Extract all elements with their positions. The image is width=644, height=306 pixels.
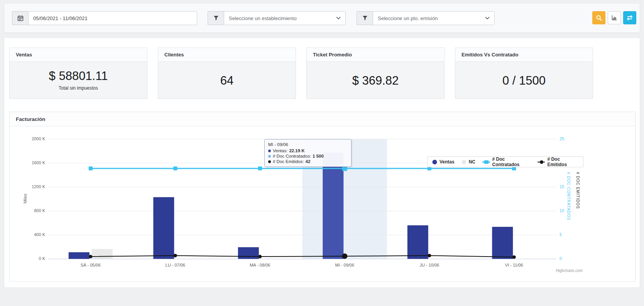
kpi-value: $ 58801.11 (49, 70, 108, 82)
ventas-bar[interactable] (238, 247, 259, 259)
tooltip-row-text: # Doc Emitidos: (273, 159, 304, 164)
kpi-card-clientes: Clientes 64 (158, 48, 296, 99)
highcharts-credit[interactable]: Highcharts.com (556, 269, 583, 273)
legend-label: # Doc Contratados (492, 156, 531, 167)
ventas-bar[interactable] (407, 225, 428, 259)
facturacion-chart: 0 K400 K800 K1200 K1600 K2000 KMiles0510… (16, 126, 583, 275)
kpi-title: Ventas (10, 48, 147, 62)
tooltip-row-text: # Doc Contratados: (273, 154, 311, 158)
dashboard-card: Ventas $ 58801.11 Total sin impuestos Cl… (4, 37, 640, 288)
tooltip-row: # Doc Emitidos:42 (268, 159, 348, 164)
right-axis-tick-label: 10 (559, 208, 564, 213)
x-axis-category-label: VI - 11/06 (485, 263, 543, 267)
right-axis-tick-label: 15 (559, 184, 564, 189)
kpi-title: Ticket Promedio (307, 48, 444, 62)
chart-view-button[interactable] (608, 11, 621, 24)
x-axis-category-label: MA - 08/06 (231, 263, 289, 267)
kpi-title: Emitidos Vs Contratado (455, 48, 593, 62)
y-axis-tick-label: 1200 K (17, 184, 45, 189)
y-axis-title: Miles (23, 179, 27, 218)
legend-item-ventas[interactable]: Ventas (432, 159, 455, 165)
x-axis-category-label: SÁ - 05/06 (62, 263, 120, 267)
kpi-value: 64 (220, 75, 233, 87)
swap-arrows-icon (626, 15, 633, 21)
tooltip-row: Ventas:22.19 K (268, 148, 348, 153)
emission-point-select-group: Seleccione un pto. emisión (357, 11, 495, 25)
right-axis-tick-label: 25 (559, 136, 564, 141)
chart-tooltip: MI - 09/06Ventas:22.19 K# Doc Contratado… (264, 139, 352, 167)
y-axis-tick-label: 800 K (17, 208, 45, 213)
emission-point-select-value: Seleccione un pto. emisión (378, 15, 438, 21)
nc-bar[interactable] (92, 249, 113, 259)
emitidos-marker[interactable] (342, 253, 347, 259)
chevron-down-icon (336, 17, 341, 20)
tooltip-header: MI - 09/06 (268, 142, 348, 147)
filter-icon (357, 11, 373, 25)
facturacion-panel-title: Facturación (10, 112, 635, 126)
kpi-title: Clientes (158, 48, 296, 62)
establishment-select-value: Seleccione un establecimiento (229, 15, 297, 21)
right-axis-tick-label: 0 (559, 256, 562, 261)
legend-label: # Doc Emitidos (547, 156, 578, 167)
establishment-select[interactable]: Seleccione un establecimiento (224, 11, 346, 25)
kpi-subtitle: Total sin impuestos (59, 85, 98, 91)
emitidos-marker[interactable] (428, 254, 431, 257)
establishment-select-group: Seleccione un establecimiento (208, 11, 346, 25)
y-axis-tick-label: 400 K (17, 232, 45, 237)
chevron-down-icon (485, 17, 490, 20)
legend-item-doc-emitidos[interactable]: # Doc Emitidos (538, 156, 578, 167)
swap-button[interactable] (623, 11, 636, 24)
contratados-marker[interactable] (173, 167, 177, 170)
y-axis-tick-label: 2000 K (17, 136, 45, 141)
tooltip-series-dot (268, 150, 271, 152)
chart-legend: VentasNC# Doc Contratados# Doc Emitidos (427, 156, 583, 167)
search-button[interactable] (592, 11, 605, 24)
tooltip-row: # Doc Contratados:1 500 (268, 154, 348, 158)
tooltip-row-value: 42 (306, 159, 311, 164)
emitidos-marker[interactable] (174, 254, 177, 257)
calendar-icon (12, 11, 28, 25)
tooltip-series-dot (268, 160, 271, 163)
kpi-card-ticket-promedio: Ticket Promedio $ 369.82 (306, 48, 445, 99)
x-axis-category-label: JU - 10/06 (401, 263, 458, 267)
date-range-input[interactable] (28, 11, 197, 25)
legend-marker-circle (432, 160, 437, 165)
ventas-bar[interactable] (153, 197, 174, 259)
emitidos-marker[interactable] (512, 255, 516, 259)
filter-icon (208, 11, 224, 25)
emitidos-marker[interactable] (258, 255, 262, 258)
y-axis-tick-label: 1600 K (17, 160, 45, 165)
legend-marker-square-line (482, 160, 490, 165)
tooltip-series-dot (268, 155, 271, 158)
right-axis-tick-label: 5 (559, 232, 562, 237)
contratados-marker[interactable] (89, 167, 93, 170)
legend-item-nc[interactable]: NC (461, 159, 475, 165)
contratados-axis-title: # DOC CONTRATADOS (566, 172, 571, 240)
date-range-group (12, 11, 197, 25)
search-icon (596, 15, 602, 21)
kpi-value: 0 / 1500 (502, 75, 546, 87)
ventas-bar[interactable] (492, 227, 513, 259)
y-axis-tick-label: 0 K (17, 256, 45, 261)
x-axis-category-label: LU - 07/06 (146, 263, 204, 267)
legend-label: NC (469, 159, 475, 165)
kpi-card-emitidos-vs-contratado: Emitidos Vs Contratado 0 / 1500 (455, 48, 593, 99)
legend-marker-circle-line (538, 160, 545, 165)
legend-label: Ventas (439, 159, 455, 165)
emitidos-axis-title: # DOC EMITIDOS (576, 172, 580, 240)
emitidos-marker[interactable] (89, 255, 92, 258)
filter-toolbar: Seleccione un establecimiento Seleccione… (4, 3, 640, 33)
emission-point-select[interactable]: Seleccione un pto. emisión (373, 11, 495, 25)
tooltip-row-value: 22.19 K (289, 148, 304, 153)
contratados-marker[interactable] (258, 167, 262, 170)
kpi-card-ventas: Ventas $ 58801.11 Total sin impuestos (9, 48, 147, 99)
ventas-bar[interactable] (69, 252, 90, 259)
tooltip-row-text: Ventas: (273, 148, 287, 153)
bar-chart-icon (611, 15, 617, 21)
kpi-value: $ 369.82 (352, 75, 399, 87)
facturacion-panel: Facturación 0 K400 K800 K1200 K1600 K200… (9, 112, 636, 282)
tooltip-row-value: 1 500 (313, 154, 324, 158)
legend-item-doc-contratados[interactable]: # Doc Contratados (482, 156, 531, 167)
legend-marker-circle (461, 160, 467, 165)
x-axis-category-label: MI - 09/06 (316, 263, 374, 267)
